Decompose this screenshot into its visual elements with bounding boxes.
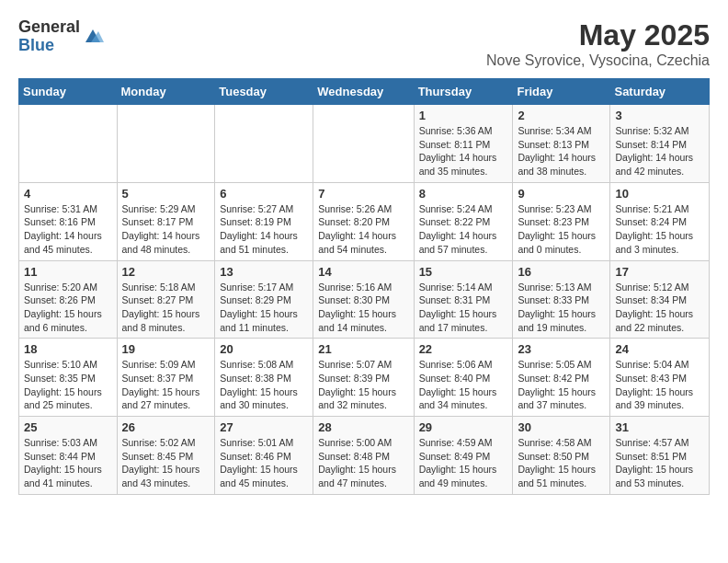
calendar-cell: 4Sunrise: 5:31 AM Sunset: 8:16 PM Daylig… (19, 182, 118, 260)
day-number: 27 (220, 420, 308, 434)
header-wednesday: Wednesday (313, 79, 414, 105)
day-info: Sunrise: 5:36 AM Sunset: 8:11 PM Dayligh… (419, 124, 508, 178)
calendar-table: SundayMondayTuesdayWednesdayThursdayFrid… (18, 78, 710, 495)
day-number: 7 (318, 187, 408, 201)
day-info: Sunrise: 5:23 AM Sunset: 8:23 PM Dayligh… (518, 202, 605, 257)
day-info: Sunrise: 5:29 AM Sunset: 8:17 PM Dayligh… (122, 202, 210, 257)
calendar-cell: 8Sunrise: 5:24 AM Sunset: 8:22 PM Daylig… (414, 182, 513, 260)
calendar-cell: 25Sunrise: 5:03 AM Sunset: 8:44 PM Dayli… (19, 417, 118, 495)
calendar-cell (117, 105, 215, 183)
calendar-cell: 2Sunrise: 5:34 AM Sunset: 8:13 PM Daylig… (513, 105, 610, 183)
logo-icon (82, 26, 104, 48)
title-area: May 2025 Nove Syrovice, Vysocina, Czechi… (486, 18, 710, 69)
calendar-cell: 24Sunrise: 5:04 AM Sunset: 8:43 PM Dayli… (610, 339, 710, 417)
calendar-cell: 30Sunrise: 4:58 AM Sunset: 8:50 PM Dayli… (513, 417, 610, 495)
day-number: 13 (220, 265, 308, 279)
day-info: Sunrise: 5:14 AM Sunset: 8:31 PM Dayligh… (419, 281, 508, 335)
calendar-cell: 23Sunrise: 5:05 AM Sunset: 8:42 PM Dayli… (513, 339, 610, 417)
calendar-cell: 22Sunrise: 5:06 AM Sunset: 8:40 PM Dayli… (414, 339, 513, 417)
day-number: 25 (24, 420, 112, 434)
calendar-cell (215, 105, 313, 183)
calendar-cell: 16Sunrise: 5:13 AM Sunset: 8:33 PM Dayli… (513, 260, 610, 339)
day-info: Sunrise: 5:27 AM Sunset: 8:19 PM Dayligh… (220, 202, 308, 257)
day-info: Sunrise: 5:05 AM Sunset: 8:42 PM Dayligh… (518, 358, 605, 412)
day-info: Sunrise: 5:20 AM Sunset: 8:26 PM Dayligh… (24, 281, 112, 335)
calendar-cell: 14Sunrise: 5:16 AM Sunset: 8:30 PM Dayli… (313, 260, 414, 339)
day-info: Sunrise: 4:57 AM Sunset: 8:51 PM Dayligh… (615, 436, 704, 490)
calendar-header: SundayMondayTuesdayWednesdayThursdayFrid… (19, 79, 710, 105)
day-info: Sunrise: 5:12 AM Sunset: 8:34 PM Dayligh… (615, 281, 704, 335)
header-saturday: Saturday (610, 79, 710, 105)
calendar-cell: 11Sunrise: 5:20 AM Sunset: 8:26 PM Dayli… (19, 260, 118, 339)
day-info: Sunrise: 5:03 AM Sunset: 8:44 PM Dayligh… (24, 436, 112, 490)
day-number: 3 (615, 109, 704, 122)
calendar-cell: 7Sunrise: 5:26 AM Sunset: 8:20 PM Daylig… (313, 182, 414, 260)
logo: General Blue (18, 18, 104, 55)
day-number: 29 (419, 420, 508, 434)
header-monday: Monday (117, 79, 215, 105)
day-number: 1 (419, 109, 508, 122)
header-row: SundayMondayTuesdayWednesdayThursdayFrid… (19, 79, 710, 105)
calendar-cell: 1Sunrise: 5:36 AM Sunset: 8:11 PM Daylig… (414, 105, 513, 183)
day-info: Sunrise: 5:26 AM Sunset: 8:20 PM Dayligh… (318, 202, 408, 257)
day-info: Sunrise: 5:00 AM Sunset: 8:48 PM Dayligh… (318, 436, 408, 490)
day-info: Sunrise: 5:32 AM Sunset: 8:14 PM Dayligh… (615, 124, 704, 178)
day-info: Sunrise: 5:07 AM Sunset: 8:39 PM Dayligh… (318, 358, 408, 412)
calendar-cell: 21Sunrise: 5:07 AM Sunset: 8:39 PM Dayli… (313, 339, 414, 417)
day-number: 10 (615, 187, 704, 201)
calendar-cell: 6Sunrise: 5:27 AM Sunset: 8:19 PM Daylig… (215, 182, 313, 260)
day-number: 26 (122, 420, 210, 434)
day-info: Sunrise: 5:02 AM Sunset: 8:45 PM Dayligh… (122, 436, 210, 490)
day-number: 30 (518, 420, 605, 434)
calendar-cell: 12Sunrise: 5:18 AM Sunset: 8:27 PM Dayli… (117, 260, 215, 339)
day-info: Sunrise: 5:18 AM Sunset: 8:27 PM Dayligh… (122, 281, 210, 335)
calendar-cell (19, 105, 118, 183)
month-title: May 2025 (486, 18, 710, 52)
day-info: Sunrise: 4:59 AM Sunset: 8:49 PM Dayligh… (419, 436, 508, 490)
day-info: Sunrise: 5:34 AM Sunset: 8:13 PM Dayligh… (518, 124, 605, 178)
day-info: Sunrise: 5:04 AM Sunset: 8:43 PM Dayligh… (615, 358, 704, 412)
calendar-cell (313, 105, 414, 183)
day-info: Sunrise: 4:58 AM Sunset: 8:50 PM Dayligh… (518, 436, 605, 490)
day-number: 14 (318, 265, 408, 279)
day-number: 9 (518, 187, 605, 201)
day-number: 6 (220, 187, 308, 201)
header-tuesday: Tuesday (215, 79, 313, 105)
calendar-cell: 27Sunrise: 5:01 AM Sunset: 8:46 PM Dayli… (215, 417, 313, 495)
logo-general: General (18, 18, 80, 37)
calendar-cell: 18Sunrise: 5:10 AM Sunset: 8:35 PM Dayli… (19, 339, 118, 417)
calendar-cell: 20Sunrise: 5:08 AM Sunset: 8:38 PM Dayli… (215, 339, 313, 417)
calendar-cell: 9Sunrise: 5:23 AM Sunset: 8:23 PM Daylig… (513, 182, 610, 260)
day-number: 17 (615, 265, 704, 279)
day-info: Sunrise: 5:24 AM Sunset: 8:22 PM Dayligh… (419, 202, 508, 257)
calendar-cell: 31Sunrise: 4:57 AM Sunset: 8:51 PM Dayli… (610, 417, 710, 495)
calendar-cell: 10Sunrise: 5:21 AM Sunset: 8:24 PM Dayli… (610, 182, 710, 260)
day-number: 12 (122, 265, 210, 279)
calendar-body: 1Sunrise: 5:36 AM Sunset: 8:11 PM Daylig… (19, 105, 710, 495)
calendar-cell: 5Sunrise: 5:29 AM Sunset: 8:17 PM Daylig… (117, 182, 215, 260)
day-number: 19 (122, 342, 210, 356)
day-number: 23 (518, 342, 605, 356)
day-number: 16 (518, 265, 605, 279)
day-number: 20 (220, 342, 308, 356)
day-info: Sunrise: 5:17 AM Sunset: 8:29 PM Dayligh… (220, 281, 308, 335)
week-row-5: 25Sunrise: 5:03 AM Sunset: 8:44 PM Dayli… (19, 417, 710, 495)
day-info: Sunrise: 5:09 AM Sunset: 8:37 PM Dayligh… (122, 358, 210, 412)
page-header: General Blue May 2025 Nove Syrovice, Vys… (18, 18, 710, 69)
day-number: 8 (419, 187, 508, 201)
day-number: 24 (615, 342, 704, 356)
calendar-cell: 26Sunrise: 5:02 AM Sunset: 8:45 PM Dayli… (117, 417, 215, 495)
day-number: 28 (318, 420, 408, 434)
calendar-cell: 13Sunrise: 5:17 AM Sunset: 8:29 PM Dayli… (215, 260, 313, 339)
day-number: 15 (419, 265, 508, 279)
day-number: 18 (24, 342, 112, 356)
day-number: 5 (122, 187, 210, 201)
header-thursday: Thursday (414, 79, 513, 105)
week-row-2: 4Sunrise: 5:31 AM Sunset: 8:16 PM Daylig… (19, 182, 710, 260)
day-number: 11 (24, 265, 112, 279)
week-row-3: 11Sunrise: 5:20 AM Sunset: 8:26 PM Dayli… (19, 260, 710, 339)
calendar-cell: 15Sunrise: 5:14 AM Sunset: 8:31 PM Dayli… (414, 260, 513, 339)
day-info: Sunrise: 5:13 AM Sunset: 8:33 PM Dayligh… (518, 281, 605, 335)
day-info: Sunrise: 5:21 AM Sunset: 8:24 PM Dayligh… (615, 202, 704, 257)
day-info: Sunrise: 5:16 AM Sunset: 8:30 PM Dayligh… (318, 281, 408, 335)
